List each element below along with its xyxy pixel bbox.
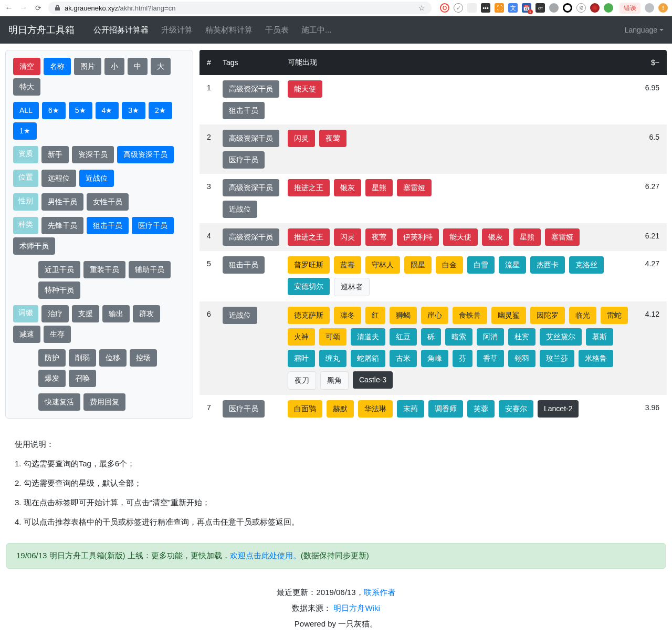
tag-filter-button[interactable]: 术师干员 [13,237,55,255]
result-tag[interactable]: 高级资深干员 [223,80,279,98]
control-button[interactable]: 清空 [13,58,40,75]
operator-badge[interactable]: 塞雷娅 [545,228,580,246]
nav-link[interactable]: 公开招募计算器 [87,21,155,39]
operator-badge[interactable]: 霜叶 [288,350,315,367]
result-tag[interactable]: 近战位 [223,307,257,324]
operator-badge[interactable]: 白金 [436,256,463,274]
operator-badge[interactable]: 流星 [499,256,526,274]
tag-filter-button[interactable]: 位移 [99,349,127,367]
tag-filter-button[interactable]: 先锋干员 [41,217,83,234]
tag-filter-button[interactable]: 近战位 [79,170,114,187]
tag-filter-button[interactable]: 削弱 [69,349,96,367]
nav-link[interactable]: 精英材料计算 [199,21,259,39]
footer-contact-link[interactable]: 联系作者 [364,588,395,597]
operator-badge[interactable]: 狮蝎 [390,307,417,324]
operator-badge[interactable]: 闪灵 [334,228,361,246]
ext-icon-4[interactable]: ••• [481,3,490,13]
operator-badge[interactable]: 守林人 [365,256,400,274]
control-button[interactable]: 小 [104,58,124,75]
ext-icon-7[interactable]: 📅1 [522,3,531,13]
tag-filter-button[interactable]: 召唤 [69,370,96,387]
operator-badge[interactable]: 银灰 [334,179,361,196]
tag-filter-button[interactable]: 远程位 [41,170,76,187]
ext-icon-1[interactable]: O [440,3,449,13]
tag-filter-button[interactable]: 支援 [72,305,99,322]
operator-badge[interactable]: 艾丝黛尔 [540,328,582,346]
operator-badge[interactable]: 推进之王 [288,179,330,196]
control-button[interactable]: 大 [151,58,171,75]
operator-badge[interactable]: 白面鸮 [288,400,322,418]
tag-filter-button[interactable]: 输出 [102,305,130,322]
operator-badge[interactable]: 安赛尔 [499,400,533,418]
operator-badge[interactable]: 杜宾 [508,328,536,346]
operator-badge[interactable]: 黑角 [320,371,349,390]
operator-badge[interactable]: 夜莺 [319,130,346,147]
operator-badge[interactable]: 崖心 [421,307,448,324]
ext-icon-11[interactable]: ⛭ [576,3,586,13]
control-button[interactable]: 图片 [74,58,101,75]
operator-badge[interactable]: 雷蛇 [601,307,628,324]
result-tag[interactable]: 医疗干员 [223,400,265,418]
tag-filter-button[interactable]: 重装干员 [83,261,125,278]
result-tag[interactable]: 高级资深干员 [223,179,279,196]
operator-badge[interactable]: 蓝毒 [334,256,361,274]
tag-filter-button[interactable]: 男性干员 [41,193,83,211]
address-bar[interactable]: ak.graueneko.xyz/akhr.html?lang=cn ☆ [48,2,432,14]
alert-link[interactable]: 欢迎点击此处使用。 [230,551,301,560]
operator-badge[interactable]: 克洛丝 [569,256,604,274]
result-tag[interactable]: 狙击干员 [223,102,265,119]
operator-badge[interactable]: 推进之王 [288,228,330,246]
operator-badge[interactable]: Lancet-2 [538,400,579,418]
result-tag[interactable]: 高级资深干员 [223,228,279,246]
operator-badge[interactable]: 华法琳 [358,400,393,418]
operator-badge[interactable]: 安德切尔 [288,278,330,295]
nav-link[interactable]: 施工中... [295,21,338,39]
operator-badge[interactable]: 塞雷娅 [397,179,432,196]
bookmark-star-icon[interactable]: ☆ [418,4,425,12]
operator-badge[interactable]: 能天使 [443,228,478,246]
operator-badge[interactable]: 夜莺 [365,228,393,246]
operator-badge[interactable]: 凛冬 [334,307,361,324]
operator-badge[interactable]: 调香师 [428,400,463,418]
footer-source-link[interactable]: 明日方舟Wiki [333,603,380,612]
tag-filter-button[interactable]: 辅助干员 [129,261,171,278]
control-button[interactable]: 中 [128,58,148,75]
result-tag[interactable]: 狙击干员 [223,256,265,274]
tag-filter-button[interactable]: 爆发 [38,370,66,387]
operator-badge[interactable]: 缠丸 [319,350,346,367]
ext-icon-5[interactable]: ⛶ [495,3,504,13]
tag-filter-button[interactable]: 费用回复 [83,393,125,411]
reload-button[interactable]: ⟳ [34,4,43,12]
operator-badge[interactable]: 星熊 [365,179,393,196]
operator-badge[interactable]: 星熊 [513,228,541,246]
tag-filter-button[interactable]: 生存 [44,326,71,343]
tag-filter-button[interactable]: 新手 [41,146,69,163]
control-button[interactable]: 特大 [13,78,40,96]
error-indicator[interactable]: 错误 [620,3,640,14]
language-dropdown[interactable]: Language [625,26,664,34]
operator-badge[interactable]: 芙蓉 [467,400,495,418]
operator-badge[interactable]: 巡林者 [334,278,370,296]
nav-link[interactable]: 升级计算 [155,21,199,39]
operator-badge[interactable]: 红豆 [390,328,417,346]
operator-badge[interactable]: 闪灵 [288,130,315,147]
ext-icon-6[interactable]: 文 [508,3,518,13]
star-filter-button[interactable]: 2★ [149,102,172,119]
operator-badge[interactable]: 玫兰莎 [540,350,574,367]
operator-badge[interactable]: 伊芙利特 [397,228,439,246]
warning-icon[interactable]: ! [658,3,668,13]
operator-badge[interactable]: 砾 [421,328,441,346]
operator-badge[interactable]: 夜刀 [288,371,316,390]
tag-filter-button[interactable]: 狙击干员 [87,217,129,234]
operator-badge[interactable]: 红 [365,307,385,324]
operator-badge[interactable]: 能天使 [288,80,322,98]
operator-badge[interactable]: 末药 [397,400,424,418]
operator-badge[interactable]: 古米 [390,350,417,367]
tag-filter-button[interactable]: 快速复活 [38,393,80,411]
tag-filter-button[interactable]: 治疗 [41,305,69,322]
ext-icon-8[interactable]: off [536,3,545,13]
operator-badge[interactable]: 米格鲁 [579,350,613,367]
operator-badge[interactable]: 阿消 [477,328,504,346]
tag-filter-button[interactable]: 女性干员 [87,193,129,211]
star-filter-button[interactable]: 4★ [96,102,119,119]
